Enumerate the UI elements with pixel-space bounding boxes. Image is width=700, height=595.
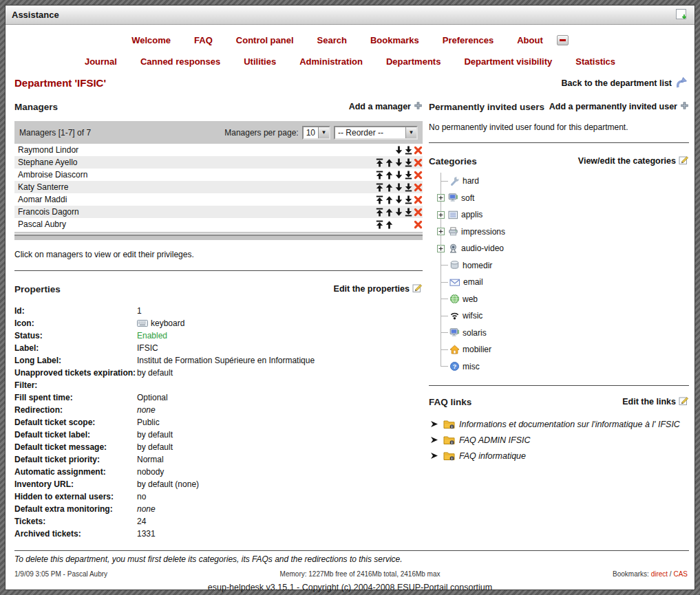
manager-row[interactable]: Francois Dagorn xyxy=(14,206,423,218)
move-bottom-icon-slot[interactable] xyxy=(403,182,413,192)
edit-faq-links-link[interactable]: Edit the links xyxy=(622,396,689,408)
delete-icon-slot[interactable] xyxy=(413,182,423,192)
category-item-impressions[interactable]: impressions xyxy=(429,224,689,241)
move-up-icon-slot[interactable] xyxy=(384,195,394,204)
category-item-wifsic[interactable]: wifsic xyxy=(429,307,689,325)
nav-item-journal[interactable]: Journal xyxy=(85,56,117,67)
category-item-web[interactable]: web xyxy=(429,291,689,308)
move-top-icon[interactable] xyxy=(375,208,384,217)
move-top-icon-slot[interactable] xyxy=(374,182,384,192)
expand-icon[interactable] xyxy=(437,211,445,219)
move-down-icon[interactable] xyxy=(394,146,403,155)
move-bottom-icon[interactable] xyxy=(404,146,413,155)
category-item-mobilier[interactable]: mobilier xyxy=(429,341,689,358)
move-down-icon[interactable] xyxy=(394,183,403,192)
faq-link-item[interactable]: Informations et documentation sur l'info… xyxy=(430,416,689,432)
edit-categories-link[interactable]: View/edit the categories xyxy=(578,155,689,167)
manager-row[interactable]: Aomar Maddi xyxy=(14,193,423,206)
nav-item-control-panel[interactable]: Control panel xyxy=(236,35,294,45)
move-up-icon-slot[interactable] xyxy=(384,158,394,167)
category-item-hard[interactable]: hard xyxy=(429,173,689,190)
per-page-select[interactable]: 10 ▼ xyxy=(302,126,330,140)
expand-icon[interactable] xyxy=(437,228,445,235)
add-manager-link[interactable]: Add a manager xyxy=(349,101,423,112)
move-bottom-icon-slot[interactable] xyxy=(403,158,413,167)
expand-icon[interactable] xyxy=(437,194,445,202)
move-bottom-icon[interactable] xyxy=(404,183,413,192)
move-bottom-icon-slot[interactable] xyxy=(403,170,413,180)
category-item-soft[interactable]: soft xyxy=(429,190,689,207)
move-top-icon[interactable] xyxy=(375,183,384,192)
move-top-icon-slot[interactable] xyxy=(374,207,384,217)
reorder-select[interactable]: -- Reorder -- ▼ xyxy=(334,126,418,140)
move-down-icon-slot[interactable] xyxy=(394,195,403,204)
delete-icon-slot[interactable] xyxy=(413,158,423,167)
nav-item-about[interactable]: About xyxy=(517,35,543,45)
delete-icon-slot[interactable] xyxy=(413,207,423,217)
move-up-icon[interactable] xyxy=(385,220,394,229)
move-up-icon-slot[interactable] xyxy=(384,219,394,229)
move-down-icon-slot[interactable] xyxy=(394,158,403,167)
move-up-icon[interactable] xyxy=(385,183,394,192)
category-item-misc[interactable]: ?misc xyxy=(429,358,689,376)
move-bottom-icon-slot[interactable] xyxy=(403,145,413,155)
manager-row[interactable]: Katy Santerre xyxy=(14,181,423,193)
delete-icon-slot[interactable] xyxy=(413,195,423,204)
back-to-department-list-link[interactable]: Back to the department list xyxy=(562,76,689,89)
delete-icon[interactable] xyxy=(414,146,423,155)
move-top-icon[interactable] xyxy=(375,171,384,180)
delete-icon[interactable] xyxy=(414,171,423,180)
delete-icon-slot[interactable] xyxy=(413,170,423,180)
move-bottom-icon-slot[interactable] xyxy=(403,195,413,204)
move-up-icon[interactable] xyxy=(385,195,394,204)
manager-row[interactable]: Raymond Lindor xyxy=(14,144,423,156)
delete-icon[interactable] xyxy=(414,158,423,167)
category-item-homedir[interactable]: homedir xyxy=(429,257,689,274)
move-down-icon-slot[interactable] xyxy=(394,145,403,155)
move-down-icon-slot[interactable] xyxy=(394,182,403,192)
delete-icon[interactable] xyxy=(414,195,423,204)
delete-icon-slot[interactable] xyxy=(413,145,423,155)
move-up-icon[interactable] xyxy=(385,171,394,180)
category-item-email[interactable]: email xyxy=(429,274,689,291)
move-up-icon-slot[interactable] xyxy=(384,207,394,217)
move-down-icon-slot[interactable] xyxy=(394,207,403,217)
expand-icon[interactable] xyxy=(437,245,445,252)
manager-row[interactable]: Ambroise Diascorn xyxy=(14,169,423,181)
nav-item-preferences[interactable]: Preferences xyxy=(443,35,494,45)
edit-properties-link[interactable]: Edit the properties xyxy=(334,283,423,295)
move-bottom-icon[interactable] xyxy=(404,208,413,217)
move-down-icon[interactable] xyxy=(394,158,403,167)
move-down-icon-slot[interactable] xyxy=(394,170,403,180)
nav-item-search[interactable]: Search xyxy=(317,35,347,45)
move-bottom-icon[interactable] xyxy=(404,195,413,204)
delete-icon[interactable] xyxy=(414,183,423,192)
move-top-icon[interactable] xyxy=(375,158,384,167)
faq-link-item[interactable]: FAQ ADMIN IFSIC xyxy=(430,432,689,448)
move-top-icon-slot[interactable] xyxy=(374,219,384,229)
move-top-icon[interactable] xyxy=(375,220,384,229)
category-item-solaris[interactable]: solaris xyxy=(429,325,689,342)
manager-row[interactable]: Pascal Aubry xyxy=(14,218,423,230)
nav-item-bookmarks[interactable]: Bookmarks xyxy=(370,35,419,45)
category-item-applis[interactable]: applis xyxy=(429,206,689,224)
nav-item-faq[interactable]: FAQ xyxy=(194,35,213,45)
move-top-icon[interactable] xyxy=(375,195,384,204)
collapse-menu-button[interactable] xyxy=(557,35,569,45)
move-up-icon[interactable] xyxy=(385,158,394,167)
nav-item-statistics[interactable]: Statistics xyxy=(575,56,615,67)
add-invited-user-link[interactable]: Add a permanently invited user xyxy=(549,101,689,112)
move-top-icon-slot[interactable] xyxy=(374,170,384,180)
delete-icon[interactable] xyxy=(414,220,423,229)
bookmark-link-cas[interactable]: CAS xyxy=(673,570,688,578)
delete-icon[interactable] xyxy=(414,208,423,217)
move-bottom-icon[interactable] xyxy=(404,158,413,167)
move-up-icon[interactable] xyxy=(385,208,394,217)
move-down-icon[interactable] xyxy=(394,208,403,217)
bookmark-link-direct[interactable]: direct xyxy=(651,570,668,578)
nav-item-department-visibility[interactable]: Department visibility xyxy=(464,56,552,67)
manager-row[interactable]: Stephane Ayello xyxy=(14,156,423,169)
nav-item-departments[interactable]: Departments xyxy=(386,56,441,67)
delete-icon-slot[interactable] xyxy=(413,219,423,229)
move-bottom-icon-slot[interactable] xyxy=(403,207,413,217)
